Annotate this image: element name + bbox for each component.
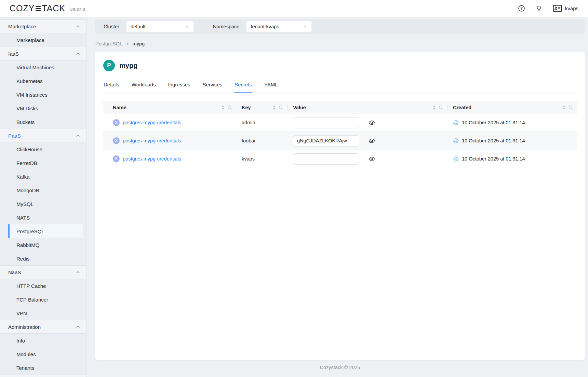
sort-carets-icon[interactable] [562,105,566,110]
sidebar-item-mongodb[interactable]: MongoDB [0,183,83,197]
sidebar-item-ferretdb[interactable]: FerretDB [0,156,83,170]
item-label: MySQL [16,201,34,207]
tab-yaml[interactable]: YAML [264,79,278,93]
secret-value-input[interactable] [293,135,359,146]
tab-workloads[interactable]: Workloads [131,79,156,93]
group-label: Administration [8,324,41,330]
sidebar-group-marketplace[interactable]: Marketplace [0,19,86,33]
globe-icon [453,138,459,144]
secret-value-input[interactable] [293,153,359,165]
tab-details[interactable]: Details [103,79,120,93]
hide-value-button[interactable] [368,137,375,144]
breadcrumb-current: mypg [133,41,145,46]
column-header-name: Name [103,101,236,114]
footer-copyright: Cozystack © 2025 [95,365,585,370]
sidebar-item-rabbitmq[interactable]: RabbitMQ [0,238,83,252]
item-label: RabbitMQ [16,242,40,248]
chevron-up-icon [76,325,80,328]
name-cell: S postgres-mypg-credentials [103,150,236,168]
tab-secrets[interactable]: Secrets [234,79,252,93]
sidebar-item-info[interactable]: Info [0,334,83,347]
sidebar-group-paas[interactable]: PaaS [0,129,86,142]
sidebar-group-naas[interactable]: NaaS [0,265,86,279]
namespace-select[interactable]: tenant-kvaps [246,21,312,32]
key-cell: foobar [236,132,288,150]
item-label: VM Instances [16,92,48,98]
sidebar-item-virtual-machines[interactable]: Virtual Machines [0,60,83,74]
sidebar-item-kafka[interactable]: Kafka [0,170,83,183]
sidebar-item-tenants[interactable]: Tenants [0,361,83,375]
chevron-up-icon [76,134,80,137]
value-cell [288,132,447,150]
magnifier-icon[interactable] [279,105,283,110]
item-label: PostgreSQL [16,228,44,234]
magnifier-icon[interactable] [227,105,232,110]
magnifier-icon[interactable] [569,105,573,110]
reveal-value-button[interactable] [368,119,375,126]
cluster-select[interactable]: default [126,21,194,32]
sidebar-item-marketplace[interactable]: Marketplace [0,33,83,47]
sidebar: Marketplace Marketplace IaaS Virtual Mac… [0,17,86,377]
sidebar-item-vm-disks[interactable]: VM Disks [0,101,83,115]
secret-value-input[interactable] [293,117,359,128]
sidebar-item-modules[interactable]: Modules [0,347,83,361]
reveal-value-button[interactable] [368,155,375,163]
sidebar-item-vpn[interactable]: VPN [0,306,83,320]
hint-button[interactable] [535,5,543,12]
item-label: VM Disks [16,106,38,111]
sidebar-cutoff-row [0,375,86,377]
tab-ingresses[interactable]: Ingresses [168,79,190,93]
item-label: HTTP Cache [16,283,46,289]
secret-name-link[interactable]: postgres-mypg-credentials [123,156,181,162]
globe-icon [453,156,459,162]
sidebar-item-tcp-balancer[interactable]: TCP Balancer [0,293,83,306]
namespace-label: Namespace: [213,24,241,29]
created-cell: 10 October 2025 at 01:31:14 [447,150,577,168]
sort-carets-icon[interactable] [272,105,276,110]
key-cell: admin [236,114,288,131]
sort-carets-icon[interactable] [221,105,225,110]
app-logo[interactable]: COZY TACK [10,3,65,13]
secret-name-link[interactable]: postgres-mypg-credentials [123,138,181,143]
item-label: NATS [16,215,30,221]
username: kvaps [565,5,578,11]
group-label: Marketplace [8,24,36,29]
sidebar-group-iaas[interactable]: IaaS [0,47,86,60]
created-date: 10 October 2025 at 01:31:14 [462,156,525,162]
chevron-down-icon [303,25,307,28]
sidebar-item-clickhouse[interactable]: ClickHouse [0,142,83,156]
chevron-up-icon [76,25,80,28]
sidebar-item-http-cache[interactable]: HTTP Cache [0,279,83,293]
item-label: Tenants [16,365,35,371]
column-header-value: Value [288,101,447,114]
sidebar-item-postgresql[interactable]: PostgreSQL [8,224,83,238]
sidebar-item-buckets[interactable]: Buckets [0,115,83,129]
sidebar-item-vm-instances[interactable]: VM Instances [0,88,83,101]
sidebar-item-kubernetes[interactable]: Kubernetes [0,74,83,88]
item-label: ClickHouse [16,146,42,152]
sidebar-item-mysql[interactable]: MySQL [0,197,83,211]
value-cell [288,114,447,131]
chevron-down-icon [185,25,189,28]
user-menu[interactable]: kvaps [553,5,578,12]
breadcrumb-postgresql[interactable]: PostgreSQL [95,41,122,46]
secret-badge: S [113,137,120,144]
magnifier-icon[interactable] [439,105,443,110]
column-label: Key [242,105,251,110]
eye-slash-icon [368,137,375,144]
column-label: Value [293,105,306,110]
help-button[interactable]: ? [518,5,525,12]
sidebar-item-redis[interactable]: Redis [0,252,83,265]
name-cell: S postgres-mypg-credentials [103,114,236,131]
secret-name-link[interactable]: postgres-mypg-credentials [123,120,181,125]
eye-icon [368,119,375,126]
item-label: Buckets [16,119,35,125]
sort-carets-icon[interactable] [432,105,436,110]
resource-title-row: P mypg [103,60,577,71]
cluster-label: Cluster: [104,24,121,29]
tab-services[interactable]: Services [202,79,223,93]
item-label: Redis [16,256,29,262]
app-version: v0.37.0 [70,7,85,12]
sidebar-group-administration[interactable]: Administration [0,320,86,334]
sidebar-item-nats[interactable]: NATS [0,211,83,224]
